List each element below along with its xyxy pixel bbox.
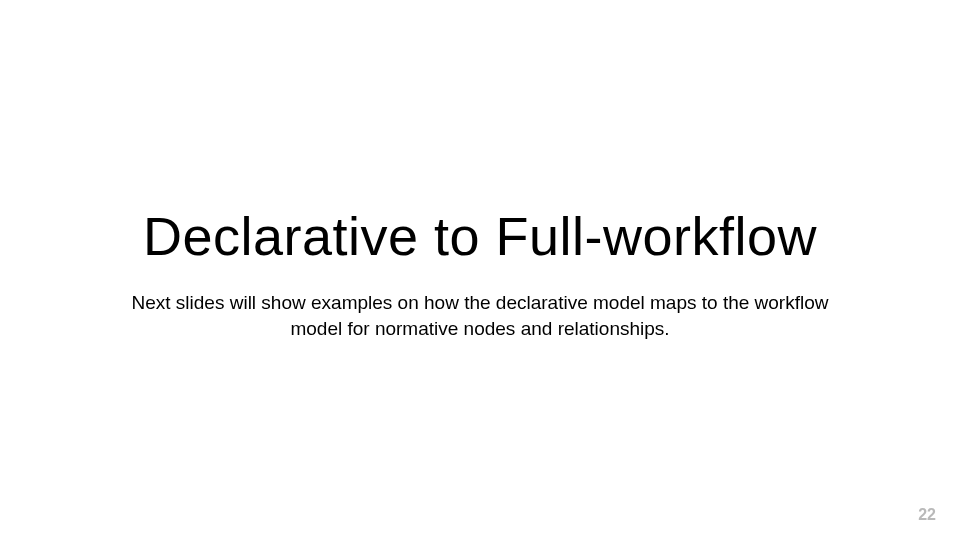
page-number: 22 [918, 506, 936, 524]
slide-title: Declarative to Full-workflow [0, 205, 960, 267]
slide-body-text: Next slides will show examples on how th… [130, 290, 830, 341]
